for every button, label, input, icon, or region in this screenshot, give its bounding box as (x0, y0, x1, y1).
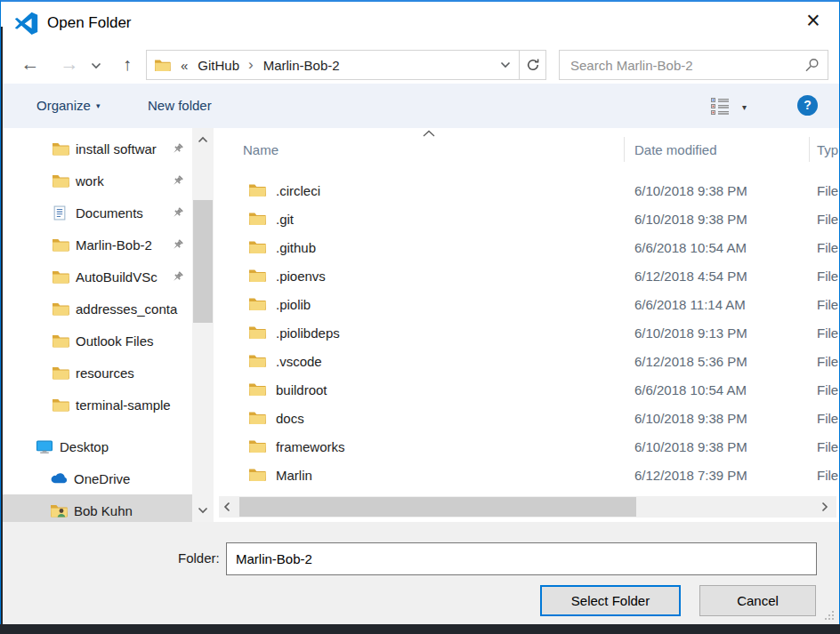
search-icon[interactable] (804, 58, 820, 73)
folder-icon (52, 397, 69, 413)
file-row[interactable]: .circleci 6/10/2018 9:38 PM File (214, 177, 839, 205)
folder-label: Folder: (178, 542, 220, 574)
new-folder-button[interactable]: New folder (148, 84, 212, 128)
sidebar-item[interactable]: Marlin-Bob-2 (1, 229, 192, 261)
sidebar-item-label: Bob Kuhn (74, 503, 133, 518)
file-name: .piolib (276, 291, 311, 319)
file-row[interactable]: .github 6/6/2018 10:54 AM File (214, 234, 839, 262)
sidebar-item[interactable]: terminal-sample (1, 389, 192, 421)
column-divider[interactable] (624, 137, 625, 162)
sidebar-item-label: terminal-sample (76, 397, 171, 413)
search-input[interactable] (560, 51, 828, 79)
column-header-name[interactable]: Name (243, 128, 279, 169)
pin-icon (171, 174, 184, 188)
window-edge (1, 27, 3, 624)
file-type: File (817, 262, 838, 291)
column-header-type[interactable]: Typ (817, 128, 838, 169)
sidebar-item[interactable]: Bob Kuhn (1, 494, 192, 522)
folder-icon (52, 237, 69, 253)
sidebar-item[interactable]: AutoBuildVSc (1, 261, 192, 293)
view-mode-icon[interactable] (710, 97, 731, 116)
file-date-modified: 6/6/2018 11:14 AM (634, 291, 746, 319)
sidebar-item[interactable]: Desktop (1, 430, 192, 462)
view-mode-caret-icon[interactable]: ▾ (742, 102, 747, 112)
folder-name-input[interactable] (226, 542, 817, 575)
sidebar-item[interactable]: OneDrive (1, 462, 192, 494)
file-name: buildroot (276, 376, 327, 405)
file-type: File (817, 433, 838, 461)
horizontal-scrollbar-thumb[interactable] (239, 497, 636, 517)
file-row[interactable]: .vscode 6/12/2018 5:36 PM File (214, 348, 839, 376)
main-area: install softwar (1, 128, 839, 522)
file-row[interactable]: Marlin 6/12/2018 7:39 PM File (214, 461, 839, 490)
address-bar[interactable]: « GitHub › Marlin-Bob-2 (146, 50, 520, 80)
up-button[interactable]: ↑ (114, 46, 141, 84)
breadcrumb-overflow[interactable]: « (181, 58, 188, 73)
file-rows: .circleci 6/10/2018 9:38 PM File .git 6/… (214, 177, 839, 490)
folder-icon (52, 269, 69, 285)
file-row[interactable]: .piolibdeps 6/10/2018 9:13 PM File (214, 319, 839, 348)
help-button[interactable]: ? (797, 95, 818, 116)
select-folder-button[interactable]: Select Folder (540, 585, 681, 616)
file-date-modified: 6/12/2018 7:39 PM (634, 461, 747, 490)
file-type: File (817, 461, 838, 490)
file-name: .pioenvs (276, 262, 326, 291)
close-icon[interactable]: × (798, 5, 828, 36)
sidebar-item-label: Documents (76, 205, 143, 221)
file-type: File (817, 376, 838, 405)
file-name: .piolibdeps (276, 319, 340, 348)
file-name: docs (276, 405, 304, 433)
file-type: File (817, 319, 838, 348)
desktop-icon (36, 439, 53, 454)
file-row[interactable]: docs 6/10/2018 9:38 PM File (214, 405, 839, 433)
sidebar-item[interactable]: resources (1, 357, 192, 389)
refresh-button[interactable] (520, 50, 546, 80)
scroll-left-icon[interactable] (219, 496, 235, 518)
pin-icon (171, 238, 184, 252)
address-dropdown-chevron-icon[interactable] (500, 61, 511, 68)
sort-ascending-icon (422, 130, 436, 138)
organize-menu-button[interactable]: Organize▾ (36, 84, 100, 128)
command-toolbar: Organize▾ New folder ▾ ? (1, 84, 839, 128)
sidebar-item-label: Outlook Files (76, 333, 154, 349)
sidebar-item-label: AutoBuildVSc (76, 269, 158, 285)
file-row[interactable]: .piolib 6/6/2018 11:14 AM File (214, 291, 839, 319)
file-date-modified: 6/6/2018 10:54 AM (634, 234, 747, 262)
breadcrumb-marlin-bob-2[interactable]: Marlin-Bob-2 (263, 58, 340, 73)
cancel-button[interactable]: Cancel (699, 585, 816, 616)
scroll-down-icon[interactable] (192, 501, 214, 520)
footer-panel: Folder: Select Folder Cancel (1, 522, 839, 624)
sidebar-item[interactable]: Outlook Files (1, 325, 192, 357)
back-button[interactable]: ← (17, 46, 44, 84)
sidebar-item[interactable]: Documents (1, 197, 192, 229)
scroll-up-icon[interactable] (192, 130, 214, 149)
file-row[interactable]: .git 6/10/2018 9:38 PM File (214, 205, 839, 234)
resize-grip[interactable] (823, 609, 835, 621)
file-date-modified: 6/10/2018 9:38 PM (634, 205, 747, 234)
column-divider[interactable] (809, 137, 810, 162)
sidebar-item[interactable]: install softwar (1, 132, 192, 165)
sidebar-item-label: work (76, 173, 104, 189)
sidebar-item[interactable]: work (1, 165, 192, 197)
file-name: .circleci (276, 177, 320, 205)
column-header-date-modified[interactable]: Date modified (634, 128, 717, 169)
recent-locations-chevron-icon[interactable] (91, 62, 101, 69)
pin-icon (171, 270, 184, 284)
breadcrumb-github[interactable]: GitHub (198, 58, 239, 73)
scroll-right-icon[interactable] (817, 496, 833, 518)
sidebar-item[interactable]: addresses_conta (1, 293, 192, 325)
title-bar: Open Folder × (1, 2, 839, 46)
pin-icon (171, 142, 184, 156)
file-name: .git (276, 205, 294, 234)
sidebar-scrollbar-thumb[interactable] (193, 200, 213, 323)
file-date-modified: 6/10/2018 9:38 PM (634, 177, 747, 205)
file-row[interactable]: frameworks 6/10/2018 9:38 PM File (214, 433, 839, 461)
forward-button[interactable]: → (56, 46, 83, 84)
folder-icon (248, 439, 266, 453)
folder-icon (248, 269, 266, 283)
sidebar-item-label: OneDrive (74, 471, 130, 486)
folder-icon (52, 365, 69, 381)
file-row[interactable]: buildroot 6/6/2018 10:54 AM File (214, 376, 839, 405)
folder-icon (248, 468, 266, 482)
file-row[interactable]: .pioenvs 6/12/2018 4:54 PM File (214, 262, 839, 291)
